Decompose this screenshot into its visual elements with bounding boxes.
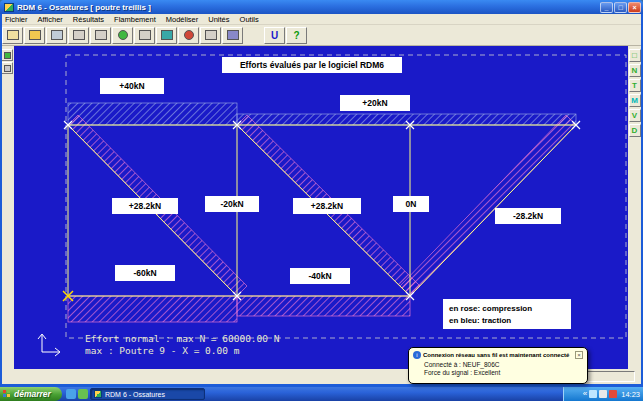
- svg-text:+20kN: +20kN: [362, 98, 387, 108]
- svg-text:0N: 0N: [406, 199, 417, 209]
- hide-icons-chevron-icon[interactable]: «: [583, 388, 587, 400]
- force-label-diag-mid: +28.2kN: [293, 198, 361, 214]
- green-sphere-icon: [118, 30, 128, 40]
- svg-text:Efforts évalués par le logicie: Efforts évalués par le logiciel RDM6: [240, 60, 384, 70]
- help-button[interactable]: ?: [286, 27, 307, 44]
- wireless-network-icon[interactable]: [589, 390, 597, 398]
- toolbar: U ?: [0, 25, 643, 46]
- task-app-icon: [94, 390, 102, 398]
- minimize-button[interactable]: _: [600, 2, 613, 13]
- options-button[interactable]: [200, 27, 221, 44]
- start-label: démarrer: [14, 389, 51, 399]
- print-button[interactable]: [68, 27, 89, 44]
- taskbar-clock: 14:23: [621, 390, 640, 399]
- menu-afficher[interactable]: Afficher: [33, 15, 68, 24]
- desktop: RDM 6 - Ossatures [ poutre treillis ] _ …: [0, 0, 643, 401]
- quick-launch-browser-icon[interactable]: [66, 389, 76, 399]
- taskbar: démarrer RDM 6 - Ossatures « 14:23: [0, 387, 643, 401]
- svg-text:max : Poutre 9 - X = 0.00 m: max : Poutre 9 - X = 0.00 m: [85, 345, 240, 356]
- quick-launch: [66, 389, 88, 399]
- menu-unites[interactable]: Unités: [203, 15, 234, 24]
- app-icon: [4, 3, 14, 12]
- mesh-button[interactable]: [156, 27, 177, 44]
- open-folder-icon: [29, 30, 41, 40]
- svg-text:+40kN: +40kN: [119, 81, 144, 91]
- new-file-icon: [7, 30, 19, 40]
- result-shear-button[interactable]: T: [629, 79, 641, 92]
- result-moment-button[interactable]: M: [629, 94, 641, 107]
- svg-text:en rose: compression: en rose: compression: [449, 304, 532, 313]
- title-bar[interactable]: RDM 6 - Ossatures [ poutre treillis ] _ …: [0, 0, 643, 14]
- compute-button[interactable]: [112, 27, 133, 44]
- result-status-text: Effort normal : max N = 60000.00 N max :…: [85, 333, 280, 356]
- svg-text:-20kN: -20kN: [220, 199, 243, 209]
- svg-text:en bleu: traction: en bleu: traction: [449, 316, 511, 325]
- force-label-vert-left: -20kN: [205, 196, 259, 212]
- drawing-canvas[interactable]: Efforts évalués par le logiciel RDM6 +40…: [14, 46, 628, 370]
- mesh-icon: [161, 30, 173, 40]
- wireless-info-icon: i: [413, 351, 421, 359]
- balloon-title: Connexion réseau sans fil est maintenant…: [423, 352, 573, 358]
- truss-diagram: Efforts évalués par le logiciel RDM6 +40…: [14, 46, 628, 370]
- result-frame-button[interactable]: □: [629, 49, 641, 62]
- printer-icon: [73, 30, 85, 40]
- wireless-notification-balloon[interactable]: i Connexion réseau sans fil est maintena…: [408, 347, 588, 384]
- force-label-bottom-right: -40kN: [290, 268, 350, 284]
- svg-text:+28.2kN: +28.2kN: [311, 201, 343, 211]
- zoom-icon: [139, 30, 151, 40]
- maximize-button[interactable]: □: [614, 2, 627, 13]
- zoom-tool-button[interactable]: [1, 62, 13, 74]
- force-label-diag-left: +28.2kN: [112, 198, 178, 214]
- svg-text:-40kN: -40kN: [308, 271, 331, 281]
- pan-tool-button[interactable]: [1, 49, 13, 61]
- menu-bar: Fichier Afficher Résultats Flambement Mo…: [0, 14, 643, 25]
- svg-text:+28.2kN: +28.2kN: [129, 201, 161, 211]
- svg-text:-28.2kN: -28.2kN: [513, 211, 543, 221]
- save-button[interactable]: [46, 27, 67, 44]
- stop-button[interactable]: [178, 27, 199, 44]
- svg-text:-60kN: -60kN: [133, 268, 156, 278]
- menu-modeliser[interactable]: Modéliser: [161, 15, 204, 24]
- system-tray: « 14:23: [563, 387, 643, 401]
- right-toolbar: □ N T M V D: [628, 46, 641, 369]
- volume-icon[interactable]: [599, 390, 607, 398]
- menu-resultats[interactable]: Résultats: [68, 15, 109, 24]
- quick-launch-desktop-icon[interactable]: [78, 389, 88, 399]
- menu-fichier[interactable]: Fichier: [0, 15, 33, 24]
- options-icon: [205, 30, 217, 40]
- force-label-top-left: +40kN: [100, 78, 164, 94]
- taskbar-task-rdm6[interactable]: RDM 6 - Ossatures: [90, 388, 205, 400]
- result-deformee-button[interactable]: D: [629, 124, 641, 137]
- menu-flambement[interactable]: Flambement: [109, 15, 161, 24]
- open-file-button[interactable]: [24, 27, 45, 44]
- task-label: RDM 6 - Ossatures: [105, 391, 165, 398]
- balloon-signal-text: Force du signal : Excellent: [424, 369, 583, 377]
- results-icon: [227, 30, 239, 40]
- color-legend: en rose: compression en bleu: traction: [443, 299, 571, 329]
- results-button[interactable]: [222, 27, 243, 44]
- screen-copy-button[interactable]: [90, 27, 111, 44]
- svg-text:Effort normal : max N = 60000.: Effort normal : max N = 60000.00 N: [85, 333, 280, 344]
- start-button[interactable]: démarrer: [0, 387, 62, 401]
- close-button[interactable]: ×: [628, 2, 641, 13]
- pan-icon: [4, 52, 11, 59]
- security-icon[interactable]: [609, 390, 617, 398]
- window-title: RDM 6 - Ossatures [ poutre treillis ]: [17, 3, 599, 12]
- force-label-bottom-left: -60kN: [115, 265, 175, 281]
- force-label-top-right: +20kN: [340, 95, 410, 111]
- zoom-initial-button[interactable]: [134, 27, 155, 44]
- windows-logo-icon: [3, 390, 11, 398]
- new-file-button[interactable]: [2, 27, 23, 44]
- balloon-close-icon[interactable]: ×: [575, 351, 583, 359]
- force-label-diag-right: -28.2kN: [495, 208, 561, 224]
- window-border-left: [0, 14, 2, 387]
- result-normal-button[interactable]: N: [629, 64, 641, 77]
- force-label-vert-right: 0N: [393, 196, 429, 212]
- balloon-connected-text: Connecté à : NEUF_806C: [424, 361, 583, 369]
- u-displacement-button[interactable]: U: [264, 27, 285, 44]
- save-icon: [51, 30, 63, 40]
- result-deflection-button[interactable]: V: [629, 109, 641, 122]
- diagram-title: Efforts évalués par le logiciel RDM6: [222, 57, 402, 73]
- magnifier-icon: [4, 65, 11, 72]
- menu-outils[interactable]: Outils: [235, 15, 264, 24]
